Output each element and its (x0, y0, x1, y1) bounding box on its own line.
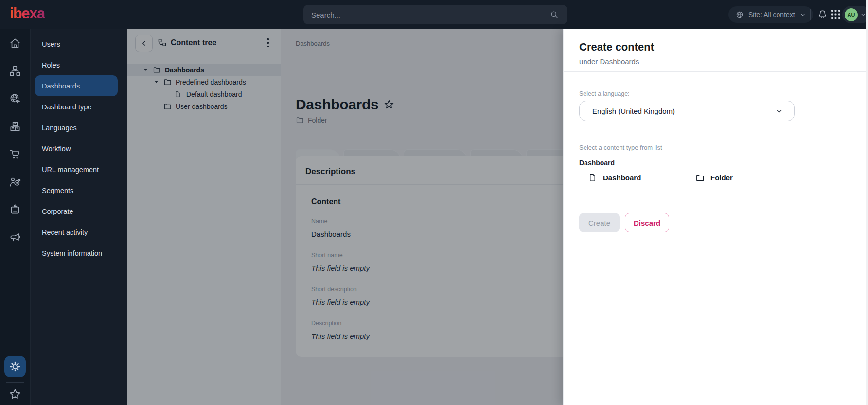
create-content-panel: Create content under Dashboards Select a… (563, 29, 868, 405)
marketing-target-icon[interactable] (9, 176, 21, 188)
search-input[interactable]: Search... (303, 5, 567, 24)
content-type-group-label: Dashboard (579, 159, 615, 167)
sidebar-item-users[interactable]: Users (31, 34, 127, 54)
avatar: AU (845, 8, 858, 21)
create-button[interactable]: Create (579, 213, 620, 232)
content-structure-icon[interactable] (9, 65, 21, 77)
folder-icon (695, 173, 705, 182)
panel-subtitle: under Dashboards (579, 57, 639, 66)
activity-megaphone-icon[interactable] (9, 231, 21, 244)
search-placeholder: Search... (311, 11, 549, 19)
site-globe-icon[interactable] (9, 92, 21, 105)
panel-title: Create content (579, 41, 654, 53)
content-type-option-label[interactable]: Dashboard (603, 174, 641, 182)
notifications-bell-icon[interactable] (817, 9, 828, 20)
products-boxes-icon[interactable] (9, 120, 21, 133)
rail-divider (6, 382, 24, 383)
site-context-selector[interactable]: Site: All context (728, 6, 813, 23)
search-icon[interactable] (549, 10, 559, 19)
panel-divider (564, 138, 868, 138)
language-select[interactable]: English (United Kingdom) (579, 101, 795, 121)
top-bar: ibexa Search... Site: All context (0, 0, 868, 29)
home-icon[interactable] (9, 37, 21, 50)
sidebar-item-dashboard-type[interactable]: Dashboard type (31, 96, 127, 117)
sidebar-item-segments[interactable]: Segments (31, 180, 127, 201)
panel-divider (564, 71, 868, 72)
modal-backdrop[interactable] (127, 29, 563, 405)
language-label: Select a language: (579, 90, 630, 97)
site-context-label: Site: All context (748, 11, 795, 18)
sidebar-item-system-information[interactable]: System information (31, 243, 127, 264)
rail-bottom (4, 356, 26, 405)
sidebar-item-workflow[interactable]: Workflow (31, 138, 127, 159)
chevron-down-icon (775, 107, 783, 115)
app-screen: ibexa Search... Site: All context (0, 0, 868, 405)
sidebar-item-url-management[interactable]: URL management (31, 159, 127, 180)
user-menu[interactable]: AU (842, 6, 868, 23)
globe-icon (735, 10, 744, 19)
icon-rail (0, 29, 31, 405)
sidebar-item-dashboards[interactable]: Dashboards (35, 75, 118, 96)
sidebar-item-languages[interactable]: Languages (31, 117, 127, 138)
sidebar-item-recent-activity[interactable]: Recent activity (31, 222, 127, 243)
content-type-list-label: Select a content type from list (579, 144, 662, 151)
app-grid-icon[interactable] (831, 9, 841, 19)
admin-sidebar: Users Roles Dashboards Dashboard type La… (31, 29, 127, 405)
sidebar-item-corporate[interactable]: Corporate (31, 201, 127, 222)
sidebar-item-roles[interactable]: Roles (31, 54, 127, 75)
content-type-option-dashboard[interactable]: Dashboard (588, 173, 695, 182)
chevron-down-icon (799, 11, 806, 18)
ibexa-logo: ibexa (10, 5, 45, 22)
gear-icon[interactable] (4, 356, 26, 377)
document-icon (588, 173, 597, 182)
content-type-option-folder[interactable]: Folder (695, 173, 803, 182)
commerce-cart-icon[interactable] (9, 148, 21, 160)
page-scrollbar[interactable] (866, 0, 868, 405)
discard-button[interactable]: Discard (625, 213, 669, 232)
personnel-badge-icon[interactable] (9, 203, 21, 216)
content-type-option-label[interactable]: Folder (710, 174, 733, 182)
topbar-divider (810, 9, 811, 20)
language-select-value: English (United Kingdom) (592, 107, 775, 115)
star-icon[interactable] (8, 387, 22, 401)
